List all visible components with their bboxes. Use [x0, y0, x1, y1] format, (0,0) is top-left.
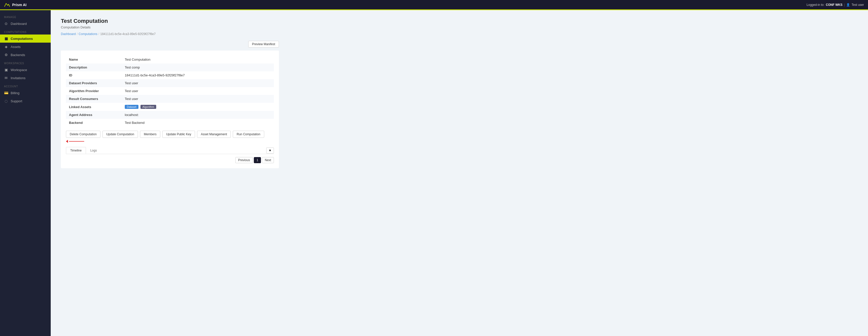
workspace-icon: ▣ [4, 68, 8, 72]
sidebar-item-label: Workspace [11, 68, 27, 72]
detail-value-linked-assets: Dataset Algorithm [122, 103, 274, 111]
sidebar-section-workspaces: WORKSPACES [0, 59, 51, 66]
preview-manifest-button[interactable]: Preview Manifest [248, 41, 279, 48]
sidebar-item-support[interactable]: ◌ Support [0, 97, 51, 105]
table-row: Dataset Providers Test user [66, 79, 274, 87]
update-computation-button[interactable]: Update Computation [102, 131, 138, 138]
badge-dataset: Dataset [125, 105, 138, 109]
detail-value-agent-address: localhost: [122, 111, 274, 119]
table-row: Result Consumers Test user [66, 95, 274, 103]
sidebar-section-account: ACCOUNT [0, 82, 51, 89]
sidebar-item-label: Invitations [11, 76, 26, 80]
previous-button[interactable]: Previous [235, 157, 253, 163]
detail-table: Name Test Computation Description Test c… [66, 56, 274, 127]
sidebar-section-manage: MANAGE [0, 13, 51, 20]
tab-logs[interactable]: Logs [86, 147, 101, 154]
preview-manifest-row: Preview Manifest [61, 41, 279, 48]
dashboard-icon: ⊙ [4, 22, 8, 26]
backends-icon: ⚙ [4, 53, 8, 57]
sidebar-item-label: Computations [11, 37, 33, 40]
user-icon: 👤 [846, 3, 850, 7]
sidebar-item-workspace[interactable]: ▣ Workspace [0, 66, 51, 74]
sidebar-section-computations: COMPUTATIONS [0, 28, 51, 34]
workspace-label: CONF WKS [826, 3, 842, 7]
detail-value-backend: Test Backend [122, 119, 274, 127]
computations-icon: ▦ [4, 36, 8, 40]
delete-computation-button[interactable]: Delete Computation [66, 131, 100, 138]
pagination-row: Previous 1 Next [66, 157, 274, 163]
detail-label-result-consumers: Result Consumers [66, 95, 122, 103]
billing-icon: 💳 [4, 91, 8, 95]
update-public-key-button[interactable]: Update Public Key [162, 131, 195, 138]
sidebar-item-dashboard[interactable]: ⊙ Dashboard [0, 20, 51, 28]
divider: | [844, 3, 845, 7]
arrow-line [69, 141, 84, 142]
breadcrumb-sep-1: / [77, 32, 78, 36]
breadcrumb-dashboard[interactable]: Dashboard [61, 32, 76, 36]
support-icon: ◌ [4, 99, 8, 103]
detail-label-id: ID [66, 71, 122, 79]
logged-in-label: Logged-in to: [807, 3, 825, 7]
table-row: Agent Address localhost: [66, 111, 274, 119]
detail-value-result-consumers: Test user [122, 95, 274, 103]
sidebar-item-label: Backends [11, 53, 25, 57]
actions-row: Delete Computation Update Computation Me… [66, 131, 274, 143]
username: Test user [851, 3, 864, 7]
sidebar-item-label: Dashboard [11, 22, 27, 26]
tab-dropdown-button[interactable]: ▼ [266, 147, 274, 153]
detail-label-name: Name [66, 56, 122, 63]
table-row: Name Test Computation [66, 56, 274, 63]
breadcrumb-computations[interactable]: Computations [79, 32, 97, 36]
sidebar: MANAGE ⊙ Dashboard COMPUTATIONS ▦ Comput… [0, 10, 51, 336]
sidebar-item-label: Support [11, 99, 22, 103]
sidebar-item-billing[interactable]: 💳 Billing [0, 89, 51, 97]
computation-details-card: Name Test Computation Description Test c… [61, 51, 279, 168]
table-row: Linked Assets Dataset Algorithm [66, 103, 274, 111]
page-title: Test Computation [61, 18, 858, 24]
breadcrumb-sep-2: / [98, 32, 99, 36]
detail-label-backend: Backend [66, 119, 122, 127]
table-row: ID 184111d1-bc5e-4ca3-89e5-92f29f27f8e7 [66, 71, 274, 79]
arrow-indicator [66, 140, 84, 143]
sidebar-item-computations[interactable]: ▦ Computations [0, 34, 51, 43]
sidebar-item-label: Assets [11, 45, 21, 49]
table-row: Backend Test Backend [66, 119, 274, 127]
logo-icon [4, 3, 10, 7]
sidebar-item-assets[interactable]: ◈ Assets [0, 43, 51, 51]
detail-label-dataset-providers: Dataset Providers [66, 79, 122, 87]
detail-label-description: Description [66, 63, 122, 71]
topbar-user-info: Logged-in to: CONF WKS | 👤 Test user [807, 3, 864, 7]
tab-timeline[interactable]: Timeline [66, 147, 86, 154]
breadcrumb-id: 184111d1-bc5e-4ca3-89e5-92f29f27f8e7 [100, 32, 155, 36]
invitations-icon: ✉ [4, 76, 8, 80]
tabs-row: Timeline Logs ▼ [66, 147, 274, 154]
detail-label-algorithm-provider: Algorithm Provider [66, 87, 122, 95]
detail-value-id: 184111d1-bc5e-4ca3-89e5-92f29f27f8e7 [122, 71, 274, 79]
detail-value-algorithm-provider: Test user [122, 87, 274, 95]
sidebar-item-label: Billing [11, 91, 20, 95]
badge-algorithm: Algorithm [141, 105, 156, 109]
main-content: Test Computation Computation Details Das… [51, 10, 868, 336]
app-name: Prism AI [12, 3, 26, 7]
topbar: Prism AI Logged-in to: CONF WKS | 👤 Test… [0, 0, 868, 10]
page-1-button[interactable]: 1 [254, 157, 261, 163]
detail-label-agent-address: Agent Address [66, 111, 122, 119]
app-body: MANAGE ⊙ Dashboard COMPUTATIONS ▦ Comput… [0, 10, 868, 336]
detail-value-name: Test Computation [122, 56, 274, 63]
table-row: Algorithm Provider Test user [66, 87, 274, 95]
assets-icon: ◈ [4, 45, 8, 49]
sidebar-item-backends[interactable]: ⚙ Backends [0, 51, 51, 59]
app-logo: Prism AI [4, 3, 26, 7]
detail-value-description: Test comp [122, 63, 274, 71]
detail-label-linked-assets: Linked Assets [66, 103, 122, 111]
members-button[interactable]: Members [140, 131, 160, 138]
page-subtitle: Computation Details [61, 25, 858, 29]
next-button[interactable]: Next [262, 157, 274, 163]
breadcrumb: Dashboard / Computations / 184111d1-bc5e… [61, 32, 858, 36]
run-computation-button[interactable]: Run Computation [233, 131, 264, 138]
arrow-head-icon [66, 140, 68, 143]
sidebar-item-invitations[interactable]: ✉ Invitations [0, 74, 51, 82]
table-row: Description Test comp [66, 63, 274, 71]
asset-management-button[interactable]: Asset Management [197, 131, 231, 138]
detail-value-dataset-providers: Test user [122, 79, 274, 87]
